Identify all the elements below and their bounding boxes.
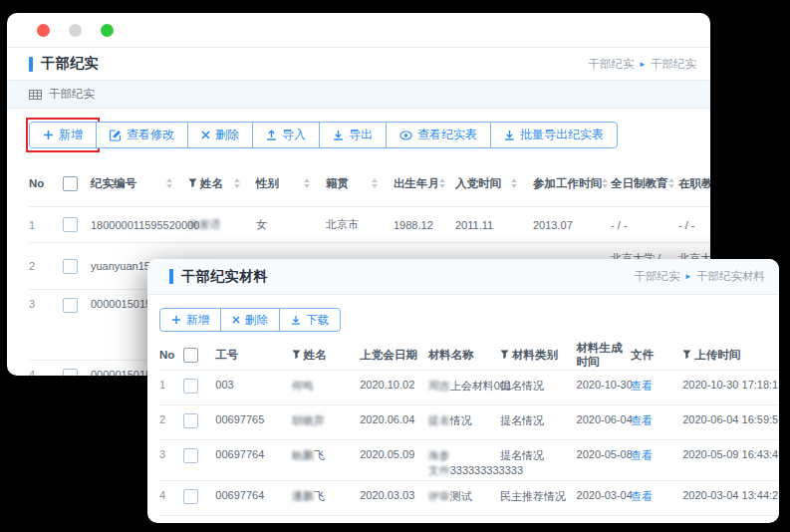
sort-icon[interactable] [602,178,608,188]
page-header: 干部纪实材料 干部纪实 ▸ 干部纪实材料 [147,259,779,295]
cell-gender: 女 [256,207,326,243]
download-icon [504,130,515,140]
batch-export-record-table-button[interactable]: 批量导出纪实表 [490,122,618,148]
view-file-link[interactable]: 查看 [631,414,653,426]
cell-file: 查看 [631,371,682,405]
row-checkbox[interactable] [63,298,78,313]
table-header-row: No 工号 姓名 上党会日期 材料名称 材料类别 材料生成时间 文件 上传时间 [159,340,779,371]
table-row[interactable]: 1 003 何鸣 2020.10.02 周吉上会材料001 提名情况 2020-… [159,371,779,405]
cell-name: 潘鹏飞 [292,481,360,516]
cell-material-type: 民主推荐情况 [500,481,576,516]
cell-name: 杨鹏飞 [292,440,360,481]
row-checkbox[interactable] [183,379,198,394]
breadcrumb-section[interactable]: 干部纪实 [588,57,634,72]
title-accent-bar [29,57,33,72]
eye-icon [399,131,412,140]
cell-generated-date: 2020-03-04 [577,481,631,516]
close-icon [232,316,240,324]
cell-onjob-edu: - / - [678,207,710,243]
col-party-meeting-date: 上党会日期 [360,340,427,371]
breadcrumb-arrow-icon: ▸ [685,272,690,281]
title-accent-bar [169,269,173,284]
filter-icon[interactable] [682,350,691,360]
cell-material-name: 周吉上会材料001 [428,371,500,405]
view-record-table-button[interactable]: 查看纪实表 [386,122,491,148]
traffic-close-icon[interactable] [37,24,50,37]
panel-label: 干部纪实 [49,87,95,102]
table-row[interactable]: 1 180000011595520000 张发语 女 北京市 1988.12 2… [29,207,710,243]
import-button[interactable]: 导入 [252,122,320,148]
add-button[interactable]: 新增 [159,308,221,332]
table-row[interactable]: 2 00697765 胡晓弃 2020.06.04 提名情况 提名情况 2020… [159,405,779,440]
page-header: 干部纪实 干部纪实 ▸ 干部纪实 [7,48,710,81]
row-checkbox[interactable] [63,259,78,274]
row-checkbox[interactable] [63,369,78,376]
cell-name: 何鸣 [292,371,360,405]
cell-generated-date: 2020-10-30 [577,371,631,405]
cell-upload-time: 2019-10-29 11:40:17 [682,516,779,524]
sort-icon[interactable] [439,178,445,188]
row-checkbox[interactable] [183,413,198,428]
sort-icon[interactable] [234,178,240,188]
cell-upload-time: 2020-06-04 16:59:51 [682,405,779,440]
filter-icon[interactable] [500,350,509,360]
select-all-checkbox[interactable] [63,176,78,191]
table-row[interactable]: 3 00697764 杨鹏飞 2020.05.09 海参 文件333333333… [159,440,779,481]
cadre-material-table: No 工号 姓名 上党会日期 材料名称 材料类别 材料生成时间 文件 上传时间 … [159,340,779,523]
add-button[interactable]: 新增 [29,122,97,148]
select-all-checkbox[interactable] [183,348,198,363]
table-header-row: No 纪实编号 姓名 性别 籍贯 出生年月 入党时间 参加工作时间 全日制教育 … [29,160,710,207]
sort-icon[interactable] [166,178,172,188]
download-button[interactable]: 下载 [279,308,341,332]
col-upload-time: 上传时间 [682,340,779,371]
traffic-minimize-icon[interactable] [69,24,82,37]
view-edit-button[interactable]: 查看修改 [96,122,188,148]
breadcrumb: 干部纪实 ▸ 干部纪实材料 [634,269,765,284]
breadcrumb-section[interactable]: 干部纪实 [634,269,679,284]
canvas: { "colors": { "accent_blue": "#2d8cf0", … [0,0,790,532]
cell-generated-date: 2019-10-29 [577,516,631,524]
view-file-link[interactable]: 查看 [631,380,653,392]
cell-party-meeting-date: 2019.10.30 [360,516,427,524]
delete-button[interactable]: 删除 [220,308,280,332]
toolbar: 新增 查看修改 删除 导入 导出 查看纪实表 批量导出纪实表 [29,122,710,148]
sort-icon[interactable] [304,178,310,188]
table-row[interactable]: 5 00000150 魏雪婷 2019.10.30 某某会议纪要 提名情况 20… [159,516,779,524]
cell-material-name: 海参 文件333333333333 [428,440,500,481]
col-file: 文件 [631,340,682,371]
cell-file: 查看 [631,405,682,440]
page-title: 干部纪实材料 [181,268,268,286]
close-icon [201,131,210,139]
col-native-place: 籍贯 [326,160,394,207]
cell-birth-date: 1988.12 [394,207,455,243]
view-file-link[interactable]: 查看 [631,490,653,502]
traffic-maximize-icon[interactable] [101,24,114,37]
cell-party-meeting-date: 2020.06.04 [360,405,427,440]
table-grid-icon [29,90,42,100]
cell-file: 查看 [631,516,682,524]
page-title: 干部纪实 [41,55,99,73]
cell-generated-date: 2020-06-04 [577,405,631,440]
row-checkbox[interactable] [183,489,198,504]
cell-generated-date: 2020-05-08 [577,440,631,481]
cell-party-meeting-date: 2020.05.09 [360,440,427,481]
delete-button[interactable]: 删除 [187,122,253,148]
export-button[interactable]: 导出 [319,122,387,148]
sort-icon[interactable] [372,178,378,188]
row-checkbox[interactable] [63,217,78,232]
breadcrumb-current: 干部纪实材料 [696,269,765,284]
view-file-link[interactable]: 查看 [631,449,653,461]
col-fulltime-edu: 全日制教育 [611,160,678,207]
table-row[interactable]: 4 00697764 潘鹏飞 2020.03.03 评审测试 民主推荐情况 20… [159,481,779,516]
cell-party-meeting-date: 2020.10.02 [360,371,427,405]
sort-icon[interactable] [511,178,517,188]
filter-icon[interactable] [292,350,301,360]
row-checkbox[interactable] [183,448,198,463]
col-no: No [29,160,63,207]
col-birth-date: 出生年月 [394,160,455,207]
sort-icon[interactable] [668,178,674,188]
cell-name: 张发语 [188,207,256,243]
filter-icon[interactable] [188,178,197,188]
download-icon [333,130,344,140]
cell-material-name: 评审测试 [428,481,500,516]
